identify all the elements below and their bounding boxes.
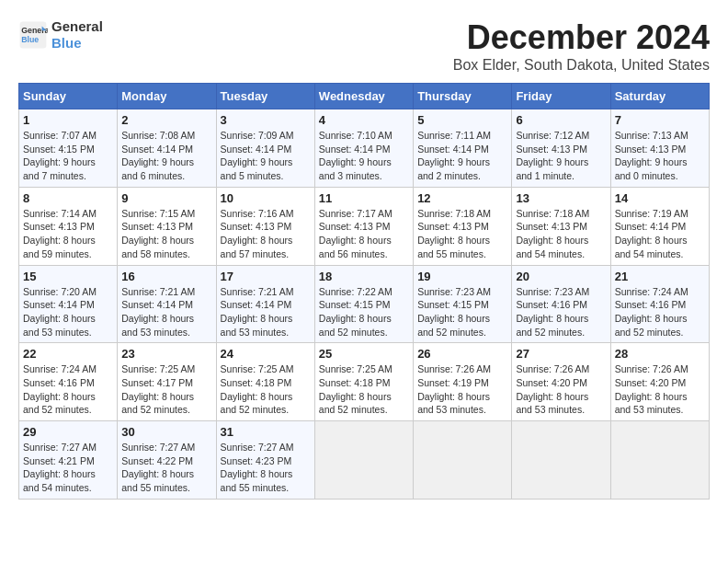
day-number: 25 (319, 347, 409, 361)
logo-text-line1: General (51, 18, 103, 35)
calendar-cell: 19Sunrise: 7:23 AM Sunset: 4:15 PM Dayli… (414, 265, 512, 343)
day-info: Sunrise: 7:27 AM Sunset: 4:23 PM Dayligh… (221, 441, 311, 495)
day-number: 14 (615, 191, 705, 205)
calendar-cell: 30Sunrise: 7:27 AM Sunset: 4:22 PM Dayli… (118, 421, 216, 500)
day-info: Sunrise: 7:26 AM Sunset: 4:20 PM Dayligh… (615, 362, 705, 417)
calendar-cell: 1Sunrise: 7:07 AM Sunset: 4:15 PM Daylig… (19, 109, 118, 188)
calendar-cell (414, 421, 512, 500)
calendar-cell: 25Sunrise: 7:25 AM Sunset: 4:18 PM Dayli… (314, 343, 413, 421)
svg-text:Blue: Blue (21, 35, 39, 44)
calendar-cell: 22Sunrise: 7:24 AM Sunset: 4:16 PM Dayli… (19, 343, 118, 421)
day-number: 23 (121, 347, 211, 361)
day-number: 11 (319, 191, 409, 205)
location-title: Box Elder, South Dakota, United States (453, 57, 710, 74)
day-header-sunday: Sunday (19, 84, 118, 109)
calendar-cell: 11Sunrise: 7:17 AM Sunset: 4:13 PM Dayli… (314, 187, 413, 265)
calendar-week-row: 29Sunrise: 7:27 AM Sunset: 4:21 PM Dayli… (19, 421, 710, 500)
calendar-cell: 31Sunrise: 7:27 AM Sunset: 4:23 PM Dayli… (216, 421, 314, 500)
day-info: Sunrise: 7:18 AM Sunset: 4:13 PM Dayligh… (417, 207, 507, 261)
day-number: 13 (516, 191, 606, 205)
day-header-thursday: Thursday (414, 84, 512, 109)
day-info: Sunrise: 7:07 AM Sunset: 4:15 PM Dayligh… (23, 129, 113, 183)
day-number: 5 (417, 113, 507, 127)
day-info: Sunrise: 7:27 AM Sunset: 4:21 PM Dayligh… (23, 441, 113, 495)
day-number: 6 (516, 113, 606, 127)
day-info: Sunrise: 7:26 AM Sunset: 4:19 PM Dayligh… (417, 362, 507, 417)
calendar-body: 1Sunrise: 7:07 AM Sunset: 4:15 PM Daylig… (19, 109, 710, 500)
month-title: December 2024 (453, 18, 710, 57)
day-number: 4 (319, 113, 409, 127)
calendar-cell: 21Sunrise: 7:24 AM Sunset: 4:16 PM Dayli… (610, 265, 709, 343)
svg-text:General: General (21, 26, 48, 35)
day-info: Sunrise: 7:21 AM Sunset: 4:14 PM Dayligh… (121, 285, 211, 339)
day-number: 7 (615, 113, 705, 127)
calendar-cell: 8Sunrise: 7:14 AM Sunset: 4:13 PM Daylig… (19, 187, 118, 265)
day-number: 30 (121, 425, 211, 439)
day-number: 22 (23, 347, 113, 361)
calendar-cell (314, 421, 413, 500)
calendar-cell: 14Sunrise: 7:19 AM Sunset: 4:14 PM Dayli… (610, 187, 709, 265)
day-header-monday: Monday (118, 84, 216, 109)
day-number: 10 (221, 191, 311, 205)
logo-icon: General Blue (18, 20, 48, 50)
day-number: 31 (221, 425, 311, 439)
calendar-cell: 5Sunrise: 7:11 AM Sunset: 4:14 PM Daylig… (414, 109, 512, 188)
day-info: Sunrise: 7:09 AM Sunset: 4:14 PM Dayligh… (221, 129, 311, 183)
calendar-cell: 13Sunrise: 7:18 AM Sunset: 4:13 PM Dayli… (512, 187, 610, 265)
calendar-cell: 2Sunrise: 7:08 AM Sunset: 4:14 PM Daylig… (118, 109, 216, 188)
calendar-cell: 28Sunrise: 7:26 AM Sunset: 4:20 PM Dayli… (610, 343, 709, 421)
day-info: Sunrise: 7:17 AM Sunset: 4:13 PM Dayligh… (319, 207, 409, 261)
day-header-wednesday: Wednesday (314, 84, 413, 109)
calendar-cell: 27Sunrise: 7:26 AM Sunset: 4:20 PM Dayli… (512, 343, 610, 421)
calendar-cell (610, 421, 709, 500)
day-info: Sunrise: 7:24 AM Sunset: 4:16 PM Dayligh… (615, 285, 705, 339)
day-info: Sunrise: 7:25 AM Sunset: 4:18 PM Dayligh… (221, 362, 311, 417)
day-info: Sunrise: 7:23 AM Sunset: 4:15 PM Dayligh… (417, 285, 507, 339)
day-number: 12 (417, 191, 507, 205)
day-header-tuesday: Tuesday (216, 84, 314, 109)
day-info: Sunrise: 7:19 AM Sunset: 4:14 PM Dayligh… (615, 207, 705, 261)
day-number: 28 (615, 347, 705, 361)
calendar-week-row: 15Sunrise: 7:20 AM Sunset: 4:14 PM Dayli… (19, 265, 710, 343)
day-number: 9 (121, 191, 211, 205)
day-number: 2 (121, 113, 211, 127)
day-number: 26 (417, 347, 507, 361)
calendar-cell: 10Sunrise: 7:16 AM Sunset: 4:13 PM Dayli… (216, 187, 314, 265)
calendar-cell: 24Sunrise: 7:25 AM Sunset: 4:18 PM Dayli… (216, 343, 314, 421)
day-info: Sunrise: 7:11 AM Sunset: 4:14 PM Dayligh… (417, 129, 507, 183)
day-info: Sunrise: 7:18 AM Sunset: 4:13 PM Dayligh… (516, 207, 606, 261)
day-info: Sunrise: 7:08 AM Sunset: 4:14 PM Dayligh… (121, 129, 211, 183)
calendar-week-row: 8Sunrise: 7:14 AM Sunset: 4:13 PM Daylig… (19, 187, 710, 265)
day-number: 19 (417, 270, 507, 283)
day-header-friday: Friday (512, 84, 610, 109)
day-info: Sunrise: 7:21 AM Sunset: 4:14 PM Dayligh… (221, 285, 311, 339)
calendar-header-row: SundayMondayTuesdayWednesdayThursdayFrid… (19, 84, 710, 109)
calendar-cell: 26Sunrise: 7:26 AM Sunset: 4:19 PM Dayli… (414, 343, 512, 421)
day-info: Sunrise: 7:25 AM Sunset: 4:18 PM Dayligh… (319, 362, 409, 417)
calendar-cell (512, 421, 610, 500)
day-info: Sunrise: 7:15 AM Sunset: 4:13 PM Dayligh… (121, 207, 211, 261)
day-number: 8 (23, 191, 113, 205)
calendar-week-row: 1Sunrise: 7:07 AM Sunset: 4:15 PM Daylig… (19, 109, 710, 188)
day-info: Sunrise: 7:14 AM Sunset: 4:13 PM Dayligh… (23, 207, 113, 261)
calendar-cell: 16Sunrise: 7:21 AM Sunset: 4:14 PM Dayli… (118, 265, 216, 343)
calendar-cell: 15Sunrise: 7:20 AM Sunset: 4:14 PM Dayli… (19, 265, 118, 343)
day-info: Sunrise: 7:20 AM Sunset: 4:14 PM Dayligh… (23, 285, 113, 339)
day-info: Sunrise: 7:23 AM Sunset: 4:16 PM Dayligh… (516, 285, 606, 339)
day-header-saturday: Saturday (610, 84, 709, 109)
day-number: 20 (516, 270, 606, 283)
day-info: Sunrise: 7:26 AM Sunset: 4:20 PM Dayligh… (516, 362, 606, 417)
calendar-cell: 20Sunrise: 7:23 AM Sunset: 4:16 PM Dayli… (512, 265, 610, 343)
day-info: Sunrise: 7:12 AM Sunset: 4:13 PM Dayligh… (516, 129, 606, 183)
calendar-cell: 18Sunrise: 7:22 AM Sunset: 4:15 PM Dayli… (314, 265, 413, 343)
day-info: Sunrise: 7:16 AM Sunset: 4:13 PM Dayligh… (221, 207, 311, 261)
logo: General Blue General Blue (18, 18, 103, 52)
calendar-cell: 3Sunrise: 7:09 AM Sunset: 4:14 PM Daylig… (216, 109, 314, 188)
day-info: Sunrise: 7:13 AM Sunset: 4:13 PM Dayligh… (615, 129, 705, 183)
calendar-cell: 7Sunrise: 7:13 AM Sunset: 4:13 PM Daylig… (610, 109, 709, 188)
day-number: 24 (221, 347, 311, 361)
calendar-cell: 23Sunrise: 7:25 AM Sunset: 4:17 PM Dayli… (118, 343, 216, 421)
day-info: Sunrise: 7:24 AM Sunset: 4:16 PM Dayligh… (23, 362, 113, 417)
day-number: 3 (221, 113, 311, 127)
day-number: 27 (516, 347, 606, 361)
